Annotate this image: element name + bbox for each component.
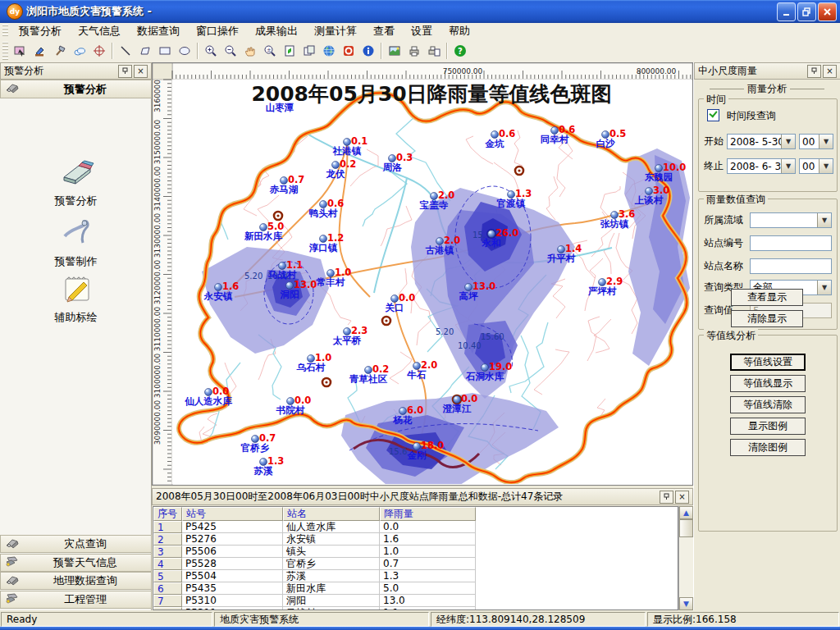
minimize-button[interactable]	[777, 2, 796, 21]
button-显示图例[interactable]: 显示图例	[730, 418, 806, 435]
menu-item-测量计算[interactable]: 测量计算	[306, 23, 365, 39]
table-row[interactable]: 3P5506镇头1.0	[153, 546, 678, 558]
refresh-page-icon[interactable]	[280, 41, 299, 61]
menu-item-查看[interactable]: 查看	[365, 23, 403, 39]
close-icon[interactable]: ×	[134, 65, 148, 78]
left-item-预警分析[interactable]: 预警分析	[0, 159, 152, 208]
left-bar-预警天气信息[interactable]: 预警天气信息	[0, 554, 152, 572]
center-tool-icon[interactable]	[89, 41, 109, 61]
chevron-down-icon[interactable]: ▼	[817, 281, 831, 294]
station-name: 永安镇	[203, 290, 233, 302]
menu-item-预警分析[interactable]: 预警分析	[11, 23, 70, 39]
menu-item-成果输出[interactable]: 成果输出	[247, 23, 306, 39]
stop-icon[interactable]	[339, 41, 358, 61]
menu-item-设置[interactable]: 设置	[403, 23, 441, 39]
info-icon[interactable]	[358, 41, 378, 61]
chevron-down-icon[interactable]: ▼	[819, 135, 833, 148]
globe-icon[interactable]	[319, 41, 339, 61]
button-等值线清除[interactable]: 等值线清除	[730, 396, 806, 413]
station-name: 牛石	[407, 369, 427, 381]
pin-icon[interactable]	[660, 491, 673, 504]
left-bar-工程管理[interactable]: 工程管理	[0, 591, 152, 609]
table-row[interactable]: 6P5435新田水库5.0	[153, 582, 678, 595]
zoom-in-icon[interactable]	[201, 41, 221, 61]
copy-map-icon[interactable]	[299, 41, 319, 61]
station-name: 洞阳	[280, 289, 299, 300]
station-name: 常丰村	[317, 276, 345, 288]
select-所属流域[interactable]: ▼	[750, 212, 832, 228]
end-date-select[interactable]: 2008- 6- 3 ▼	[727, 158, 796, 174]
station-paint-icon[interactable]	[30, 41, 50, 61]
field-label-站点名称: 站点名称	[704, 259, 750, 273]
chevron-down-icon[interactable]: ▼	[781, 159, 795, 173]
pick-tool-icon[interactable]	[50, 41, 70, 61]
cloud-tool-icon[interactable]	[70, 41, 89, 61]
zoom-extent-icon[interactable]: ±	[260, 41, 280, 61]
pin-icon[interactable]	[118, 65, 132, 78]
right-panel-title: 中小尺度雨量	[698, 64, 806, 78]
chevron-down-icon[interactable]: ▼	[781, 135, 795, 148]
menu-item-天气信息[interactable]: 天气信息	[70, 23, 129, 39]
scroll-up-icon[interactable]: ▲	[679, 506, 693, 519]
time-range-checkbox[interactable]: 时间段查询	[707, 109, 776, 123]
help-icon[interactable]: ?	[450, 41, 470, 61]
table-row[interactable]: 1P5425仙人造水库0.0	[153, 521, 678, 533]
left-bar-地理数据查询[interactable]: 地理数据查询	[0, 572, 152, 590]
zoom-out-icon[interactable]	[221, 41, 240, 61]
left-item-预警制作[interactable]: 预警制作	[0, 217, 152, 269]
left-group-header[interactable]: 预警分析	[0, 80, 152, 98]
menu-item-数据查询[interactable]: 数据查询	[129, 23, 188, 39]
draw-polygon-icon[interactable]	[135, 41, 155, 61]
input-站点名称[interactable]	[750, 258, 832, 274]
print-icon[interactable]	[404, 41, 424, 61]
menu-item-窗口操作[interactable]: 窗口操作	[188, 23, 247, 39]
contour-label: 15.6	[389, 447, 407, 456]
close-button[interactable]	[818, 2, 837, 21]
station-山枣潭[interactable]: 山枣潭	[266, 102, 294, 113]
rainfall-table[interactable]: 序号站号站名降雨量 1P5425仙人造水库0.02P5276永安镇1.63P55…	[153, 506, 678, 610]
scroll-down-icon[interactable]: ▼	[679, 597, 693, 610]
close-icon[interactable]: ×	[823, 65, 837, 78]
chevron-down-icon[interactable]: ▼	[817, 213, 831, 227]
toolbar: ±?	[0, 39, 840, 63]
close-icon[interactable]: ×	[675, 491, 689, 504]
station-name: 太平桥	[332, 335, 362, 346]
column-header-降雨量[interactable]: 降雨量	[380, 507, 476, 521]
button-等值线显示[interactable]: 等值线显示	[730, 375, 806, 392]
rainfall-map[interactable]: 750000.00800000.0031600003150000.0031400…	[153, 63, 692, 485]
button-等值线设置[interactable]: 等值线设置	[730, 354, 806, 371]
warning-map-icon[interactable]	[11, 41, 30, 61]
station-rainfall-value: 3.6	[619, 208, 635, 220]
start-date-select[interactable]: 2008- 5-30 ▼	[727, 134, 796, 149]
table-scrollbar[interactable]: ▲ ▼	[678, 506, 693, 610]
table-row[interactable]: 4P5528官桥乡0.7	[153, 558, 678, 570]
left-item-辅助标绘[interactable]: 辅助标绘	[0, 272, 152, 325]
draw-rect-icon[interactable]	[155, 41, 175, 61]
column-header-序号[interactable]: 序号	[153, 507, 182, 521]
left-bar-灾点查询[interactable]: 灾点查询	[0, 535, 152, 553]
column-header-站号[interactable]: 站号	[182, 507, 283, 521]
button-查看显示[interactable]: 查看显示	[731, 289, 803, 306]
button-清除图例[interactable]: 清除图例	[730, 439, 806, 456]
pan-icon[interactable]	[240, 41, 260, 61]
menu-item-帮助[interactable]: 帮助	[441, 23, 478, 39]
column-header-站名[interactable]: 站名	[283, 507, 380, 521]
table-row[interactable]: 5P5504苏溪1.3	[153, 570, 678, 582]
draw-ellipse-icon[interactable]	[175, 41, 194, 61]
map-legend-icon[interactable]	[385, 41, 404, 61]
table-row[interactable]: 7P5310洞阳13.0	[153, 595, 678, 607]
input-站点编号[interactable]	[750, 235, 832, 251]
print-preview-icon[interactable]	[424, 41, 444, 61]
draw-line-icon[interactable]	[116, 41, 135, 61]
restore-button[interactable]	[797, 2, 816, 21]
cell: 0.7	[380, 558, 476, 570]
button-清除显示[interactable]: 清除显示	[731, 310, 803, 327]
scroll-thumb[interactable]	[679, 519, 693, 537]
pin-icon[interactable]	[807, 65, 821, 78]
end-hour-select[interactable]: 00 ▼	[799, 158, 833, 174]
start-hour-select[interactable]: 00 ▼	[799, 134, 833, 149]
table-row[interactable]: 2P5276永安镇1.6	[153, 533, 678, 546]
checkbox-checked-icon[interactable]	[707, 109, 719, 121]
chevron-down-icon[interactable]: ▼	[819, 159, 833, 173]
station-rainfall-value: 0.6	[559, 124, 575, 135]
